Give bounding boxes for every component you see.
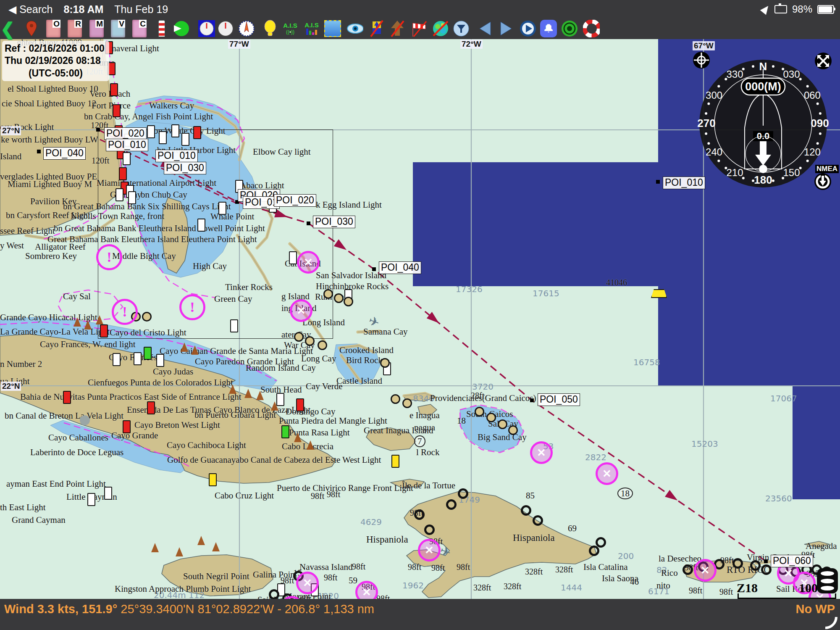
filter-icon[interactable] bbox=[453, 19, 470, 38]
cay-marker-icon bbox=[294, 332, 304, 342]
route-waypoint[interactable] bbox=[764, 559, 768, 563]
chart-label: bn Crab Cay, Angel Fish Point Light bbox=[84, 112, 213, 121]
chart-label: Abaco Light bbox=[240, 181, 284, 190]
chart-map[interactable]: ghted Buoy 41009Canaveral Lighturneel Sh… bbox=[0, 0, 840, 599]
chart-label: Big Sand Cay bbox=[478, 432, 527, 442]
play-route-icon[interactable] bbox=[519, 19, 536, 38]
red-light-tower-icon bbox=[100, 324, 108, 337]
daybeacon-icon bbox=[181, 343, 188, 352]
svg-text:120: 120 bbox=[804, 146, 821, 158]
daybeacon-icon bbox=[212, 542, 220, 551]
ref-line: Ref : 02/16/2026 01:00 bbox=[5, 42, 107, 55]
poi-waypoint[interactable] bbox=[37, 150, 41, 153]
chart-label: 28ft bbox=[471, 391, 484, 400]
chart-label: Sombrero Key bbox=[25, 251, 77, 261]
back-to-search-link[interactable]: ◀ Search bbox=[8, 3, 52, 16]
lights-icon[interactable] bbox=[262, 19, 278, 38]
chart-label: 69 bbox=[568, 524, 577, 533]
rock-marker-icon bbox=[521, 505, 531, 516]
poi-label-poi_060[interactable]: POI_060 bbox=[771, 555, 813, 567]
chart-label: High Cay bbox=[193, 261, 227, 271]
chart-label: k Egg Island Light bbox=[316, 200, 382, 209]
chart-label: Bahia de Nuevitas Punta Practicos East S… bbox=[20, 392, 242, 401]
chart-label: Green Cay bbox=[214, 294, 252, 303]
no-wind-icon[interactable] bbox=[410, 19, 427, 38]
cay-marker-icon bbox=[305, 336, 315, 346]
cay-marker-icon bbox=[402, 398, 412, 408]
daybeacon-icon bbox=[74, 317, 81, 327]
poi-label-poi_050[interactable]: POI_050 bbox=[538, 393, 580, 406]
depth-sounding: 16758 bbox=[633, 357, 660, 367]
route-waypoint[interactable] bbox=[307, 221, 310, 225]
chart-o-icon[interactable]: O bbox=[45, 19, 62, 38]
route-waypoint[interactable] bbox=[96, 128, 100, 132]
chart-label: Miami International Airport Light bbox=[97, 178, 216, 187]
poi-label-poi_020[interactable]: POI_020 bbox=[104, 127, 147, 140]
depth-sounding: 1444 bbox=[561, 583, 582, 593]
light-tower-icon bbox=[116, 188, 123, 201]
chart-label: 98ft bbox=[311, 492, 324, 501]
alarms-icon[interactable]: 🔔︎ bbox=[540, 19, 557, 38]
chart-region-icon[interactable] bbox=[324, 19, 341, 38]
cay-marker-icon bbox=[344, 297, 353, 306]
light-tower-icon bbox=[128, 191, 136, 204]
center-position-button[interactable] bbox=[693, 52, 710, 69]
route-waypoint[interactable] bbox=[372, 267, 376, 271]
cay-marker-icon bbox=[391, 394, 400, 404]
no-current-arrow-icon[interactable] bbox=[389, 19, 406, 38]
nmea-download-button[interactable] bbox=[814, 173, 831, 190]
rock-marker-icon bbox=[269, 589, 279, 599]
depth-sounding: 17615 bbox=[533, 288, 559, 298]
svg-text:300: 300 bbox=[706, 90, 722, 101]
no-route-sign-icon[interactable] bbox=[368, 19, 385, 38]
previous-icon[interactable] bbox=[477, 19, 494, 38]
mob-lifering-icon[interactable] bbox=[583, 19, 600, 38]
no-weather-overlay-icon[interactable] bbox=[432, 19, 449, 38]
poi-label-poi_010[interactable]: POI_010 bbox=[106, 139, 148, 151]
instrument-gauge-blue-icon[interactable] bbox=[198, 19, 215, 38]
grid-label: 77°W bbox=[228, 40, 250, 49]
chart-label: Domingo Cay bbox=[286, 407, 335, 416]
chart-label: Hispaniola bbox=[366, 535, 408, 545]
light-tower-icon bbox=[156, 354, 164, 367]
poi-label-poi_020[interactable]: POI_020 bbox=[274, 194, 316, 207]
chart-c-icon[interactable]: C bbox=[131, 19, 148, 38]
utc-offset-line: (UTC-05:00) bbox=[5, 67, 107, 79]
light-tower-icon bbox=[123, 152, 131, 165]
instrument-gauge-icon[interactable] bbox=[217, 19, 234, 38]
chart-label: 328ft bbox=[473, 583, 491, 592]
poi-waypoint[interactable] bbox=[656, 180, 660, 184]
compass-icon[interactable] bbox=[238, 19, 255, 38]
chart-label: 98ft bbox=[689, 586, 702, 595]
waypoint-pin-icon[interactable] bbox=[23, 19, 40, 38]
poi-label-poi_030[interactable]: POI_030 bbox=[313, 216, 355, 228]
lighthouse-icon[interactable] bbox=[153, 19, 170, 38]
caution-area-icon: ✕ bbox=[596, 462, 618, 485]
chart-m-icon[interactable]: M bbox=[88, 19, 105, 38]
route-waypoint[interactable] bbox=[530, 398, 534, 402]
target-icon[interactable] bbox=[561, 19, 578, 38]
chart-v-icon[interactable]: V bbox=[110, 19, 126, 38]
fullscreen-button[interactable] bbox=[815, 53, 832, 69]
poi-label-poi_040[interactable]: POI_040 bbox=[43, 147, 86, 160]
layers-menu-icon[interactable] bbox=[817, 568, 838, 593]
poi-label-poi_040[interactable]: POI_040 bbox=[379, 261, 421, 274]
chart-label: la Desecheo bbox=[659, 554, 701, 563]
rock-marker-icon bbox=[458, 488, 468, 499]
daybeacon-icon bbox=[256, 391, 264, 400]
poi-label-poi_010[interactable]: POI_010 bbox=[155, 150, 198, 162]
ais-list-icon[interactable]: A.I.S bbox=[303, 19, 320, 38]
poi-label-poi_030[interactable]: POI_030 bbox=[164, 162, 206, 174]
chart-label: Crooked Island bbox=[339, 345, 394, 355]
visibility-icon[interactable] bbox=[346, 19, 363, 38]
status-bar: ◀ Search 8:18 AM Thu Feb 19 98% bbox=[0, 0, 840, 18]
chart-r-icon[interactable]: R bbox=[66, 19, 83, 38]
heading-mode-icon[interactable] bbox=[173, 19, 190, 38]
ais-transmit-icon[interactable]: A.I.S((•)) bbox=[282, 19, 299, 38]
chart-label: San Salvador Island bbox=[316, 271, 386, 280]
warning-icon: ! bbox=[179, 294, 205, 320]
svg-text:030: 030 bbox=[783, 69, 800, 80]
next-icon[interactable] bbox=[498, 19, 514, 38]
back-icon[interactable]: ❮ bbox=[0, 19, 16, 38]
chart-label: Samana Cay bbox=[363, 327, 408, 336]
